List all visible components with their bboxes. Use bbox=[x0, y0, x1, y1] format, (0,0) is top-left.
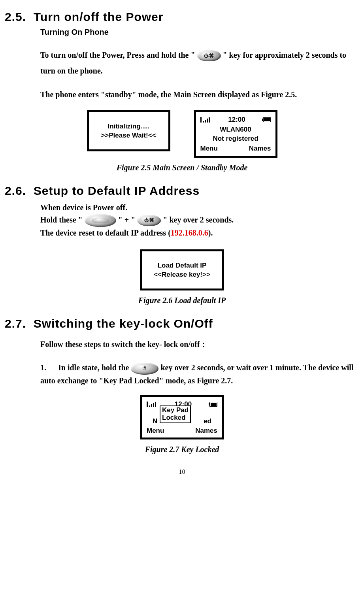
softkey-right: Names bbox=[249, 144, 271, 153]
svg-rect-4 bbox=[207, 119, 208, 123]
keypad-locked-popup: Key Pad Locked bbox=[160, 405, 191, 423]
text-fragment: ). bbox=[208, 228, 213, 237]
hash-key-icon: # bbox=[131, 363, 158, 375]
nav-key-icon bbox=[85, 214, 116, 227]
power-key-icon: ⏻/✖ bbox=[137, 215, 161, 226]
figure-2-7-caption: Figure 2.7 Key Locked bbox=[5, 445, 359, 454]
signal-icon bbox=[147, 402, 158, 407]
step-1: 1. In idle state, hold the # key over 2 … bbox=[40, 362, 358, 387]
clock-text: 12:00 bbox=[228, 115, 245, 124]
power-key-icon: ⏻/✖ bbox=[197, 50, 221, 61]
screen-initializing: Initializing…. >>Please Wait!<< bbox=[87, 110, 170, 151]
screen-text: Initializing…. bbox=[92, 122, 165, 131]
text-fragment: The device reset to default IP address ( bbox=[40, 228, 171, 237]
screen-load-default-ip: Load Default IP <<Release key!>> bbox=[140, 249, 224, 290]
section-number: 2.7. bbox=[5, 317, 26, 330]
svg-rect-17 bbox=[211, 403, 217, 406]
battery-icon bbox=[209, 402, 217, 407]
bg-text-right: ed bbox=[204, 417, 211, 426]
screen-key-locked: 12:00 N ed Menu Names Key Pad Locked bbox=[140, 395, 224, 440]
svg-rect-14 bbox=[155, 402, 156, 407]
section-number: 2.5. bbox=[5, 10, 26, 23]
softkey-right: Names bbox=[195, 426, 217, 436]
device-name: WLAN600 bbox=[199, 125, 272, 134]
figure-2-5-caption: Figure 2.5 Main Screen / Standby Mode bbox=[5, 163, 359, 172]
step-number: 1. bbox=[40, 362, 56, 374]
battery-icon bbox=[262, 117, 271, 122]
section-number: 2.6. bbox=[5, 184, 26, 197]
para-2-6: When device is Power off. Hold these " "… bbox=[40, 202, 358, 239]
line-poweroff: When device is Power off. bbox=[40, 202, 358, 214]
text-fragment: To turn on/off the Power, Press and hold… bbox=[40, 51, 195, 59]
text-fragment: " + " bbox=[118, 215, 136, 224]
svg-rect-3 bbox=[205, 120, 206, 123]
line-default-ip: The device reset to default IP address (… bbox=[40, 227, 358, 239]
svg-rect-2 bbox=[203, 121, 204, 123]
softkey-left: Menu bbox=[147, 426, 164, 436]
ip-address: 192.168.0.6 bbox=[171, 228, 208, 237]
para-2-5-2: The phone enters "standby" mode, the Mai… bbox=[40, 87, 358, 102]
section-title: Turn on/off the Power bbox=[34, 10, 164, 23]
line-holdkeys: Hold these " " + " ⏻/✖ " key over 2 seco… bbox=[40, 214, 358, 227]
svg-rect-11 bbox=[149, 405, 150, 407]
svg-rect-12 bbox=[151, 404, 152, 407]
para-2-5-1: To turn on/off the Power, Press and hold… bbox=[40, 47, 358, 79]
screen-standby: 12:00 WLAN600 Not registered Menu Names bbox=[194, 110, 277, 158]
svg-point-1 bbox=[200, 117, 202, 118]
figure-2-6-caption: Figure 2.6 Load default IP bbox=[5, 296, 359, 305]
figure-2-5-row: Initializing…. >>Please Wait!<< 12:00 bbox=[5, 110, 359, 158]
text-fragment: Hold these " bbox=[40, 215, 83, 224]
screen-text: <<Release key!>> bbox=[145, 270, 219, 279]
svg-rect-8 bbox=[264, 118, 270, 121]
bg-text-left: N bbox=[153, 417, 157, 426]
screen-text: >>Please Wait!<< bbox=[92, 131, 165, 140]
softkey-left: Menu bbox=[200, 144, 218, 153]
text-fragment: In idle state, hold the bbox=[58, 363, 131, 372]
signal-icon bbox=[200, 117, 211, 123]
section-title: Setup to Default IP Address bbox=[34, 184, 200, 197]
heading-2-6: 2.6. Setup to Default IP Address bbox=[5, 184, 359, 198]
popup-line: Locked bbox=[162, 414, 189, 422]
heading-2-7: 2.7. Switching the key-lock On/Off bbox=[5, 317, 359, 330]
section-title: Switching the key-lock On/Off bbox=[34, 317, 213, 330]
para-2-7-intro: Follow these steps to switch the key- lo… bbox=[40, 338, 358, 351]
svg-rect-13 bbox=[153, 403, 154, 407]
svg-rect-5 bbox=[209, 117, 210, 123]
text-fragment: " key over 2 seconds. bbox=[163, 215, 234, 224]
reg-status: Not registered bbox=[199, 134, 272, 143]
page-number: 10 bbox=[5, 468, 359, 475]
popup-line: Key Pad bbox=[162, 406, 189, 414]
screen-text: Load Default IP bbox=[145, 261, 219, 270]
svg-point-10 bbox=[147, 402, 148, 403]
heading-2-5: 2.5. Turn on/off the Power bbox=[5, 10, 359, 24]
subheading-turning-on: Turning On Phone bbox=[40, 28, 359, 37]
